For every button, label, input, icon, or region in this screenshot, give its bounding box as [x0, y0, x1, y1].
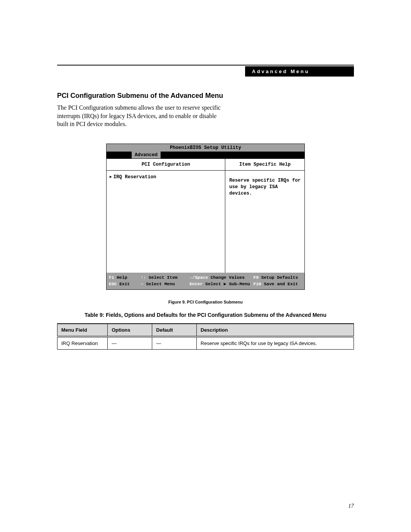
options-table: Menu Field Options Default Description I… — [57, 323, 354, 350]
bios-tab-advanced[interactable]: Advanced — [132, 152, 161, 158]
top-rule — [57, 65, 354, 66]
section-title: PCI Configuration Submenu of the Advance… — [57, 92, 354, 100]
bios-screenshot: PhoenixBIOS Setup Utility Advanced PCI C… — [106, 144, 305, 290]
triangle-right-icon: ▶ — [110, 174, 112, 179]
section-header-badge: Advanced Menu — [245, 66, 354, 77]
bios-key-enter: Enter — [190, 281, 203, 286]
bios-key-space: -/Space — [190, 275, 208, 280]
table-row: IRQ Reservation — — Reserve specific IRQ… — [57, 337, 354, 350]
bios-title: PhoenixBIOS Setup Utility — [107, 144, 304, 152]
td-description: Reserve specific IRQs for use by legacy … — [197, 337, 354, 350]
bios-menubar: Advanced — [107, 152, 304, 158]
bios-key-f1: F1 — [109, 275, 114, 280]
th-description: Description — [197, 324, 354, 337]
th-menu-field: Menu Field — [57, 324, 108, 337]
bios-footer: F1 Help ↑↓ Select Item -/Space Change Va… — [107, 273, 304, 290]
section-body: The PCI Configuration submenu allows the… — [57, 104, 225, 128]
bios-key-arrows-v: ↑↓ — [141, 275, 146, 280]
th-default: Default — [152, 324, 197, 337]
bios-key-arrows-h: ↔ — [141, 281, 143, 286]
td-default: — — [152, 337, 197, 350]
bios-key-f10: F10 — [253, 281, 261, 286]
bios-key-esc: ESC — [109, 281, 117, 286]
td-options: — — [108, 337, 152, 350]
figure-caption: Figure 9. PCI Configuration Submenu — [57, 300, 354, 304]
table-title: Table 9: Fields, Options and Defaults fo… — [57, 312, 354, 318]
bios-help-text: Reserve specific IRQs for use by legacy … — [225, 171, 304, 273]
page-number: 17 — [348, 503, 354, 509]
td-field: IRQ Reservation — [57, 337, 108, 350]
bios-left-panel-title: PCI Configuration — [107, 159, 225, 171]
bios-key-f9: F9 — [253, 275, 259, 280]
bios-submenu-label: IRQ Reservation — [113, 174, 156, 180]
bios-right-panel-title: Item Specific Help — [225, 159, 304, 171]
bios-submenu-irq-reservation[interactable]: ▶IRQ Reservation — [110, 174, 222, 180]
th-options: Options — [108, 324, 152, 337]
